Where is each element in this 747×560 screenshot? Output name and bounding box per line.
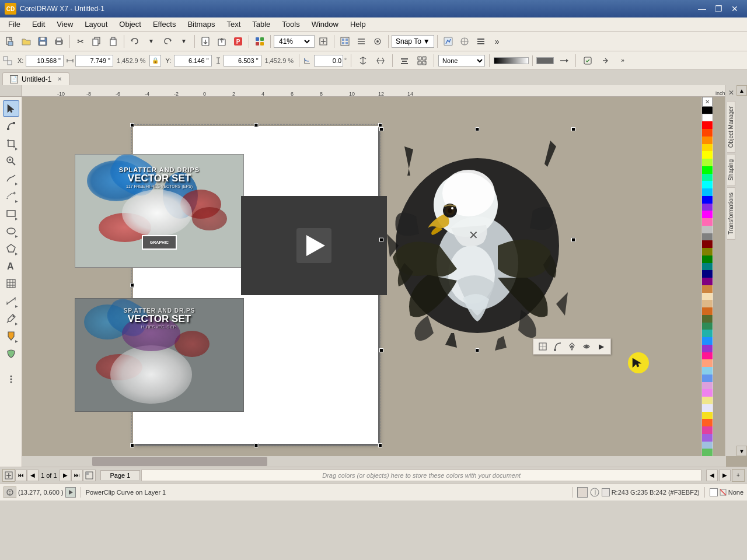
menu-tools[interactable]: Tools [276, 19, 305, 30]
h-input[interactable] [224, 55, 261, 66]
color-mode-icon[interactable] [589, 487, 600, 498]
screen-icon[interactable] [577, 487, 588, 498]
color-swatch[interactable] [702, 174, 713, 181]
color-swatch[interactable] [702, 204, 713, 211]
ft-btn2[interactable] [550, 340, 564, 353]
flip-v[interactable] [373, 53, 388, 68]
color-swatch-pink[interactable] [702, 426, 713, 434]
color-swatch[interactable] [702, 389, 713, 397]
shaping-tab[interactable]: Shaping [727, 154, 735, 186]
snap-to-dropdown[interactable]: Snap To ▼ [392, 35, 434, 48]
auto-align[interactable] [598, 53, 613, 68]
color-swatch[interactable] [702, 382, 713, 390]
color-swatch[interactable] [702, 352, 713, 360]
color-swatch[interactable] [702, 293, 713, 300]
menu-window[interactable]: Window [306, 19, 344, 30]
ellipse-tool[interactable]: ▶ [3, 223, 19, 239]
eagle-handle-bc[interactable] [476, 348, 480, 352]
menu-file[interactable]: File [2, 19, 26, 30]
y-field[interactable]: Y: [166, 55, 212, 66]
object-manager-tab[interactable]: Object Manager [727, 101, 735, 153]
print-button[interactable] [51, 34, 67, 49]
color-swatch[interactable] [702, 300, 713, 307]
w-field[interactable] [66, 55, 113, 66]
menu-view[interactable]: View [51, 19, 79, 30]
page-last[interactable]: ⏭ [71, 470, 83, 481]
horizontal-scrollbar[interactable] [22, 456, 726, 467]
splatter-image-2[interactable]: SP.ATTER AND DR.PS VECTOR SET H..RES VEC… [75, 298, 244, 412]
color-swatch[interactable] [702, 256, 713, 263]
color-swatch[interactable] [702, 196, 713, 204]
w-input[interactable] [75, 55, 113, 66]
paste-button[interactable] [106, 34, 121, 49]
color-swatch[interactable] [702, 345, 713, 352]
y-input[interactable] [174, 55, 212, 66]
lock-proportions[interactable]: 🔒 [149, 55, 161, 66]
group-btn[interactable] [414, 53, 430, 68]
color-swatch[interactable] [702, 136, 713, 144]
handle-tr[interactable] [378, 123, 382, 127]
page-layout[interactable] [83, 470, 96, 481]
color-swatch[interactable] [702, 337, 713, 345]
menu-table[interactable]: Table [246, 19, 276, 30]
angle-input[interactable] [314, 55, 343, 66]
app-launcher[interactable] [252, 34, 267, 49]
color-swatch-black[interactable] [702, 107, 713, 114]
text-tool[interactable]: A [3, 258, 19, 274]
zoom-dropdown[interactable]: 41% [274, 35, 315, 48]
eagle-handle-tl[interactable] [379, 127, 383, 131]
color-swatch[interactable] [702, 129, 713, 136]
ft-btn1[interactable] [536, 340, 550, 353]
play-button[interactable] [296, 228, 331, 263]
redo-button[interactable] [160, 34, 175, 49]
ft-btn3[interactable] [565, 340, 579, 353]
menu-help[interactable]: Help [344, 19, 372, 30]
video-placeholder[interactable] [241, 196, 387, 295]
doc-tab-close[interactable]: ✕ [57, 76, 62, 82]
new-button[interactable] [2, 34, 18, 49]
page-next[interactable]: ▶ [60, 470, 71, 481]
eagle-handle-bl[interactable] [379, 348, 383, 352]
node-tool[interactable] [3, 118, 19, 134]
color-swatch[interactable] [702, 367, 713, 374]
color-swatch[interactable] [702, 323, 713, 330]
color-swatch[interactable] [702, 226, 713, 233]
cut-button[interactable]: ✂ [73, 34, 88, 49]
eagle-handle-ml[interactable] [379, 238, 383, 242]
line-style[interactable] [536, 57, 554, 64]
outline-color-select[interactable]: None [438, 55, 485, 66]
color-swatch[interactable] [702, 151, 713, 159]
zoom-tool[interactable] [3, 153, 19, 169]
more-btn[interactable]: » [490, 34, 505, 49]
color-swatch[interactable] [702, 188, 713, 196]
smart-draw-tool[interactable]: ▶ [3, 188, 19, 204]
more-tools[interactable] [3, 371, 19, 387]
polygon-tool[interactable]: ▶ [3, 240, 19, 257]
view-btn1[interactable] [337, 34, 352, 49]
snap-btn[interactable] [370, 34, 385, 49]
color-swatch[interactable] [702, 285, 713, 293]
ft-btn4[interactable] [580, 340, 594, 353]
undo-arrow[interactable]: ▼ [144, 34, 159, 49]
color-swatch[interactable] [702, 307, 713, 315]
import-button[interactable] [198, 34, 213, 49]
menu-text[interactable]: Text [221, 19, 246, 30]
display-quality[interactable] [441, 34, 456, 49]
copy-button[interactable] [89, 34, 104, 49]
color-swatch[interactable] [702, 397, 713, 404]
select-tool[interactable] [3, 100, 19, 117]
smart-fill-tool[interactable] [3, 345, 19, 362]
page-first[interactable]: ⏮ [15, 470, 27, 481]
color-swatch[interactable] [702, 181, 713, 188]
options-btn[interactable] [473, 34, 488, 49]
color-swatch-lightgreen[interactable] [702, 449, 713, 456]
menu-edit[interactable]: Edit [26, 19, 51, 30]
menu-object[interactable]: Object [113, 19, 147, 30]
color-swatch[interactable] [702, 240, 713, 248]
color-swatch[interactable] [702, 404, 713, 412]
eagle-image[interactable]: ✕ [381, 129, 574, 351]
rectangle-tool[interactable]: ▶ [3, 205, 19, 222]
play-status-btn[interactable] [65, 487, 76, 498]
color-swatch[interactable] [702, 330, 713, 337]
color-swatch[interactable] [702, 218, 713, 226]
